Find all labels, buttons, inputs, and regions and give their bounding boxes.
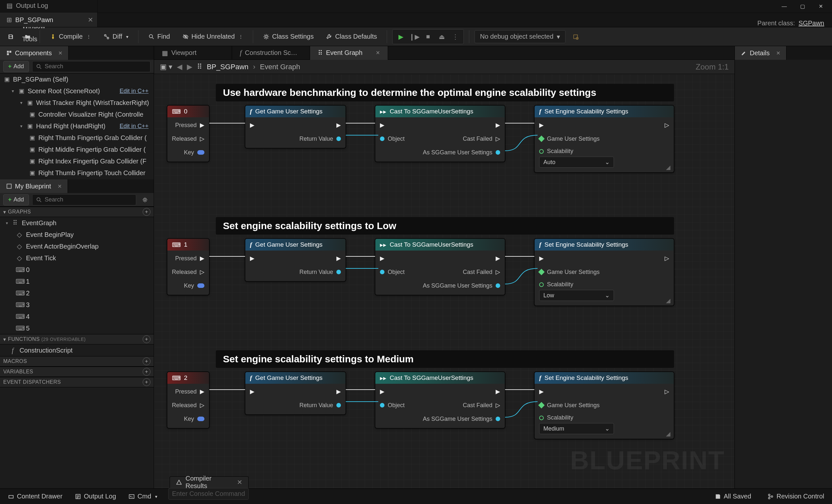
- data-in-pin[interactable]: [380, 403, 385, 407]
- graphs-section-header[interactable]: ▾GRAPHS+: [0, 207, 154, 217]
- cast-node[interactable]: ▸▸Cast To SGGameUserSettings ▶ Object ▶ …: [375, 239, 505, 295]
- exec-in-pin[interactable]: ▶: [250, 388, 255, 395]
- comment-box[interactable]: Set engine scalability settings to Low: [216, 217, 674, 235]
- details-tab[interactable]: Details✕: [735, 46, 786, 60]
- close-icon[interactable]: ✕: [376, 50, 380, 56]
- data-out-pin[interactable]: [496, 283, 500, 288]
- comment-box[interactable]: Use hardware benchmarking to determine t…: [216, 84, 674, 101]
- edit-cpp-link[interactable]: Edit in C++: [120, 123, 151, 130]
- editor-tab-construction-sc-[interactable]: fConstruction Sc…: [232, 46, 310, 60]
- exec-out-pin[interactable]: ▶: [496, 122, 500, 129]
- parent-class-link[interactable]: SGPawn: [799, 20, 824, 27]
- dispatchers-section-header[interactable]: EVENT DISPATCHERS+: [0, 377, 154, 387]
- exec-out-pin[interactable]: ▶: [336, 388, 341, 395]
- cast-node[interactable]: ▸▸Cast To SGGameUserSettings ▶ Object ▶ …: [375, 105, 505, 162]
- data-out-pin[interactable]: [496, 417, 500, 421]
- data-out-pin[interactable]: [336, 136, 341, 141]
- output-log-button[interactable]: Output Log: [72, 493, 119, 500]
- breadcrumb-root[interactable]: BP_SGPawn: [207, 63, 248, 71]
- doc-tab-bp_sgpawn[interactable]: ⊞BP_SGPawn✕: [0, 13, 98, 27]
- exec-out-pin[interactable]: ▷: [200, 402, 204, 409]
- blueprint-graph-canvas[interactable]: BLUEPRINT Use hardware benchmarking to d…: [154, 74, 734, 488]
- component-row[interactable]: ▣Right Thumb Fingertip Touch Collider: [0, 167, 154, 179]
- set-scalability-node[interactable]: fSet Engine Scalability Settings ▶ Game …: [534, 105, 674, 173]
- exec-out-pin[interactable]: ▶: [496, 388, 500, 395]
- key-event-item[interactable]: ⌨4: [0, 311, 154, 322]
- resize-handle[interactable]: ◢: [666, 298, 672, 303]
- doc-tab-output-log[interactable]: ▤Output Log: [0, 0, 98, 13]
- add-function-button[interactable]: +: [143, 335, 151, 343]
- input-key-node[interactable]: ⌨0 ▶Pressed ▷Released Key: [167, 105, 209, 162]
- window-maximize[interactable]: ▢: [794, 1, 810, 12]
- key-pin[interactable]: [197, 150, 204, 155]
- input-key-node[interactable]: ⌨1 ▶Pressed ▷Released Key: [167, 239, 209, 295]
- exec-out-pin[interactable]: ▶: [336, 255, 341, 262]
- add-component-button[interactable]: +Add: [3, 61, 29, 72]
- close-icon[interactable]: ✕: [776, 50, 780, 56]
- exec-in-pin[interactable]: ▶: [380, 122, 385, 129]
- hide-unrelated-button[interactable]: Hide Unrelated⋮: [178, 30, 248, 44]
- component-row[interactable]: ▣Controller Visualizer Right (Controlle: [0, 109, 154, 120]
- key-event-item[interactable]: ⌨1: [0, 275, 154, 287]
- component-row[interactable]: ▣Scene Root (SceneRoot)Edit in C++: [0, 85, 154, 97]
- exec-out-pin[interactable]: ▷: [665, 388, 669, 395]
- exec-in-pin[interactable]: ▶: [539, 122, 544, 129]
- comment-box[interactable]: Set engine scalability settings to Mediu…: [216, 350, 674, 368]
- exec-out-pin[interactable]: ▶: [200, 255, 204, 262]
- class-defaults-button[interactable]: Class Defaults: [321, 30, 382, 44]
- breadcrumb-leaf[interactable]: Event Graph: [260, 63, 300, 71]
- exec-out-pin[interactable]: ▷: [665, 122, 669, 129]
- nav-forward-button[interactable]: ▶: [187, 63, 192, 71]
- scalability-dropdown[interactable]: Medium⌄: [539, 423, 614, 434]
- content-drawer-button[interactable]: Content Drawer: [4, 493, 66, 500]
- exec-in-pin[interactable]: ▶: [539, 388, 544, 395]
- close-icon[interactable]: ✕: [88, 16, 93, 24]
- exec-out-pin[interactable]: ▶: [336, 122, 341, 129]
- blueprint-settings-button[interactable]: [139, 194, 151, 205]
- scalability-dropdown[interactable]: Low⌄: [539, 290, 614, 301]
- get-settings-node[interactable]: fGet Game User Settings ▶ ▶ Return Value: [245, 239, 346, 282]
- exec-out-pin[interactable]: ▷: [496, 135, 500, 142]
- add-variable-button[interactable]: +: [143, 368, 151, 376]
- my-blueprint-tab[interactable]: My Blueprint✕: [0, 179, 68, 193]
- compile-button[interactable]: Compile⋮: [45, 30, 96, 44]
- data-out-pin[interactable]: [496, 150, 500, 155]
- add-dispatcher-button[interactable]: +: [143, 378, 151, 386]
- components-tab[interactable]: Components✕: [0, 46, 69, 60]
- nav-tabs-button[interactable]: ▣ ▾: [160, 63, 172, 71]
- resize-handle[interactable]: ◢: [666, 431, 672, 437]
- enum-pin[interactable]: [539, 416, 544, 420]
- exec-in-pin[interactable]: ▶: [250, 122, 255, 129]
- macros-section-header[interactable]: MACROS+: [0, 356, 154, 367]
- add-blueprint-button[interactable]: +Add: [3, 194, 29, 205]
- exec-in-pin[interactable]: ▶: [250, 255, 255, 262]
- data-in-pin[interactable]: [380, 270, 385, 274]
- target-pin[interactable]: [538, 135, 545, 142]
- save-button[interactable]: [4, 30, 18, 44]
- close-icon[interactable]: ✕: [57, 183, 62, 189]
- event-item[interactable]: ◇Event ActorBeginOverlap: [0, 240, 154, 252]
- enum-pin[interactable]: [539, 283, 544, 287]
- data-out-pin[interactable]: [336, 403, 341, 407]
- event-item[interactable]: ◇Event BeginPlay: [0, 229, 154, 240]
- construction-script-item[interactable]: fConstructionScript: [0, 344, 154, 356]
- close-icon[interactable]: ✕: [58, 50, 62, 56]
- component-row[interactable]: ▣BP_SGPawn (Self): [0, 74, 154, 85]
- input-key-node[interactable]: ⌨2 ▶Pressed ▷Released Key: [167, 372, 209, 428]
- variables-section-header[interactable]: VARIABLES+: [0, 367, 154, 377]
- key-event-item[interactable]: ⌨2: [0, 287, 154, 299]
- exec-out-pin[interactable]: ▷: [200, 268, 204, 275]
- nav-back-button[interactable]: ◀: [177, 63, 182, 71]
- exec-out-pin[interactable]: ▶: [496, 255, 500, 262]
- add-graph-button[interactable]: +: [143, 208, 151, 216]
- set-scalability-node[interactable]: fSet Engine Scalability Settings ▶ Game …: [534, 239, 674, 306]
- key-event-item[interactable]: ⌨0: [0, 264, 154, 275]
- key-event-item[interactable]: ⌨5: [0, 322, 154, 334]
- get-settings-node[interactable]: fGet Game User Settings ▶ ▶ Return Value: [245, 372, 346, 415]
- play-button[interactable]: ▶: [394, 31, 407, 43]
- data-out-pin[interactable]: [336, 270, 341, 274]
- set-scalability-node[interactable]: fSet Engine Scalability Settings ▶ Game …: [534, 372, 674, 439]
- target-pin[interactable]: [538, 402, 545, 408]
- component-row[interactable]: ▣Right Thumb Fingertip Grab Collider (: [0, 132, 154, 143]
- eventgraph-item[interactable]: ▾⠿EventGraph: [0, 217, 154, 229]
